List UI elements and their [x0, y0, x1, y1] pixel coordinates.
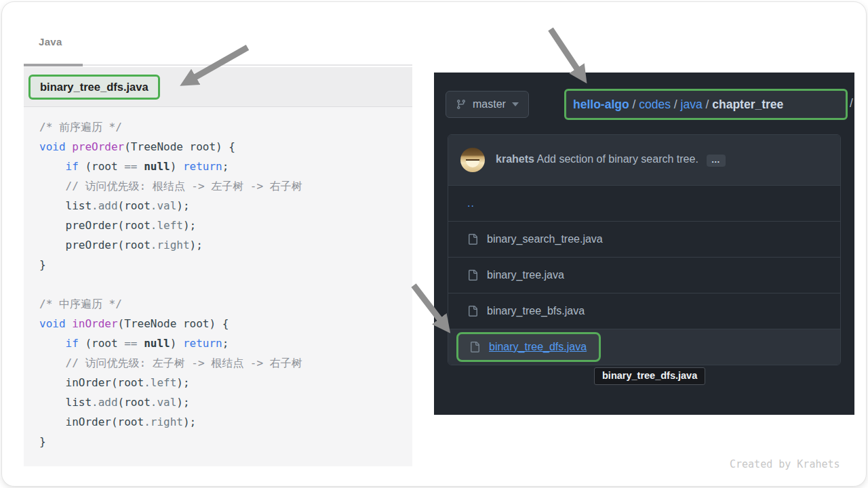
code-block: /* 前序遍历 */void preOrder(TreeNode root) {…: [24, 107, 412, 451]
file-link[interactable]: binary_tree_bfs.java: [487, 305, 585, 317]
breadcrumb: hello-algo / codes / java / chapter_tree: [564, 89, 848, 120]
code-line: void preOrder(TreeNode root) {: [39, 137, 412, 157]
code-line: list.add(root.val);: [39, 196, 412, 216]
breadcrumb-segment-java[interactable]: java: [681, 98, 703, 112]
file-row-binary_tree_bfs.java[interactable]: binary_tree_bfs.java: [448, 293, 840, 329]
commit-more-button[interactable]: …: [707, 155, 726, 167]
active-tab-indicator: [24, 64, 83, 66]
file-row-inner: binary_tree.java: [467, 269, 564, 281]
file-link[interactable]: binary_tree.java: [487, 269, 564, 281]
avatar[interactable]: [460, 148, 485, 172]
breadcrumb-segment-codes[interactable]: codes: [639, 98, 671, 112]
file-list: ..binary_search_tree.javabinary_tree.jav…: [448, 185, 840, 365]
code-line: // 访问优先级: 根结点 -> 左子树 -> 右子树: [39, 176, 412, 196]
latest-commit-row: krahets Add section of binary search tre…: [448, 135, 840, 185]
code-line: /* 中序遍历 */: [39, 294, 412, 314]
chevron-down-icon: [512, 102, 519, 106]
code-line: preOrder(root.right);: [39, 235, 412, 255]
breadcrumb-separator: /: [671, 98, 681, 112]
github-panel: master hello-algo / codes / java / chapt…: [434, 73, 854, 415]
code-line: }: [39, 432, 412, 451]
breadcrumb-trailing-slash: /: [850, 96, 853, 110]
commit-text: krahets Add section of binary search tre…: [496, 153, 726, 167]
breadcrumb-separator: /: [703, 98, 713, 112]
parent-directory-link[interactable]: ..: [467, 197, 475, 209]
code-line: // 访问优先级: 左子树 -> 根结点 -> 右子树: [39, 353, 412, 373]
file-row-binary_search_tree.java[interactable]: binary_search_tree.java: [448, 221, 840, 257]
code-line: if (root == null) return;: [39, 333, 412, 353]
screenshot-stage: Java binary_tree_dfs.java /* 前序遍历 */void…: [0, 0, 868, 488]
tab-java[interactable]: Java: [39, 36, 62, 47]
code-line: if (root == null) return;: [39, 157, 412, 176]
file-highlight-box: binary_tree_dfs.java: [456, 332, 601, 362]
file-row-inner: binary_search_tree.java: [467, 233, 603, 245]
code-line: list.add(root.val);: [39, 392, 412, 412]
commit-author-link[interactable]: krahets: [496, 153, 534, 165]
file-link[interactable]: binary_tree_dfs.java: [489, 341, 587, 353]
breadcrumb-separator: /: [629, 98, 639, 112]
breadcrumb-segment-hello-algo[interactable]: hello-algo: [573, 98, 629, 112]
code-line: preOrder(root.left);: [39, 216, 412, 235]
file-row-binary_tree.java[interactable]: binary_tree.java: [448, 257, 840, 293]
file-link[interactable]: binary_search_tree.java: [487, 233, 603, 245]
file-icon: [467, 270, 478, 281]
code-line: inOrder(root.left);: [39, 373, 412, 392]
commit-message-link[interactable]: Add section of binary search tree.: [534, 153, 698, 165]
credit-text: Created by Krahets: [730, 458, 840, 470]
code-line: void inOrder(TreeNode root) {: [39, 314, 412, 333]
git-branch-icon: [456, 99, 467, 110]
code-card: binary_tree_dfs.java /* 前序遍历 */void preO…: [24, 67, 412, 466]
code-line: inOrder(root.right);: [39, 412, 412, 432]
code-line: [39, 274, 412, 294]
file-icon: [467, 234, 478, 245]
branch-selector-button[interactable]: master: [446, 91, 529, 118]
code-line: }: [39, 255, 412, 274]
file-title-highlight: binary_tree_dfs.java: [28, 75, 160, 100]
file-row-..[interactable]: ..: [448, 185, 840, 221]
file-row-inner: binary_tree_bfs.java: [467, 305, 585, 317]
file-icon: [467, 306, 478, 317]
file-browser-box: krahets Add section of binary search tre…: [448, 134, 841, 365]
breadcrumb-segment-chapter_tree: chapter_tree: [712, 98, 783, 112]
filename-tooltip: binary_tree_dfs.java: [594, 367, 705, 385]
code-card-header: binary_tree_dfs.java: [24, 67, 412, 107]
code-line: /* 前序遍历 */: [39, 117, 412, 137]
file-icon: [469, 342, 480, 352]
file-row-binary_tree_dfs.java[interactable]: binary_tree_dfs.java: [448, 329, 840, 365]
branch-label: master: [473, 98, 506, 110]
